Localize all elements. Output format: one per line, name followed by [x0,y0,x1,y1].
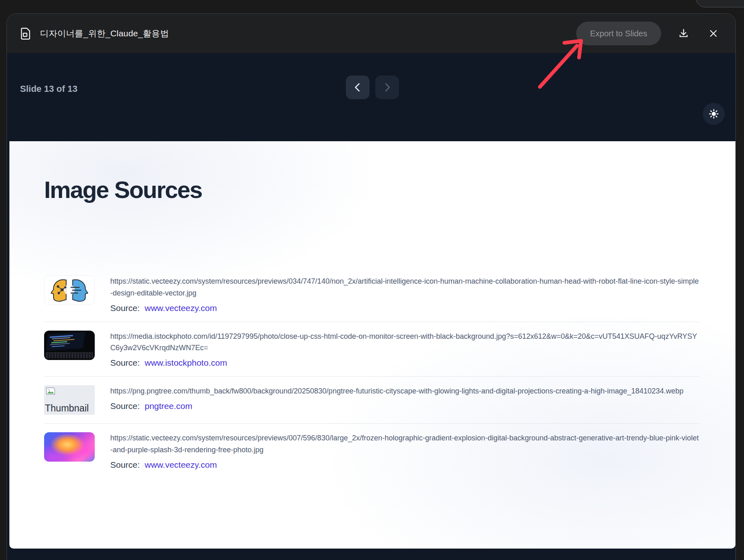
download-button[interactable] [676,26,691,41]
source-line: Source: www.vecteezy.com [110,460,699,470]
window-topbar: 디자이너를_위한_Claude_활용법 Export to Slides [7,14,735,53]
image-url: https://static.vecteezy.com/system/resou… [110,276,699,299]
image-url: https://media.istockphoto.com/id/1197297… [110,331,699,354]
source-row: https://static.vecteezy.com/system/resou… [44,423,699,478]
source-row: https://media.istockphoto.com/id/1197297… [44,322,699,377]
image-url: https://static.vecteezy.com/system/resou… [110,432,699,456]
source-link[interactable]: www.vecteezy.com [145,460,217,469]
broken-image-thumbnail: Thumbnail [44,385,95,415]
export-to-slides-button[interactable]: Export to Slides [576,22,661,45]
document-icon [20,27,31,40]
source-label: Source: [110,358,140,367]
presentation-viewer-window: 디자이너를_위한_Claude_활용법 Export to Slides [7,13,736,560]
next-slide-button[interactable] [375,76,399,99]
holographic-gradient-thumbnail [44,432,95,462]
slide-title: Image Sources [44,176,699,203]
image-sources-list: https://static.vecteezy.com/system/resou… [44,267,699,478]
close-icon [708,29,718,38]
code-photo-thumbnail [44,331,95,360]
sun-icon [708,109,719,119]
download-icon [678,28,689,39]
source-label: Source: [110,401,140,411]
brightness-toggle-button[interactable] [703,103,725,125]
close-button[interactable] [706,26,721,41]
source-label: Source: [110,460,140,469]
previous-slide-button[interactable] [346,76,370,99]
slide-canvas: Image Sources [9,141,735,549]
background-panel-corner [696,0,744,7]
source-link[interactable]: www.vecteezy.com [145,303,217,313]
chevron-left-icon [352,82,363,93]
source-label: Source: [110,303,140,313]
document-title: 디자이너를_위한_Claude_활용법 [40,28,169,39]
source-line: Source: www.istockphoto.com [110,358,699,368]
source-link[interactable]: pngtree.com [145,401,192,411]
source-row: https://static.vecteezy.com/system/resou… [44,267,699,322]
thumbnail-alt-text: Thumbnail [45,403,89,414]
ai-heads-thumbnail [44,276,95,305]
source-link[interactable]: www.istockphoto.com [145,358,227,367]
source-line: Source: pngtree.com [110,401,699,411]
chevron-right-icon [382,82,392,93]
source-line: Source: www.vecteezy.com [110,303,699,313]
image-url: https://png.pngtree.com/thumb_back/fw800… [110,385,699,397]
viewer-band: Slide 13 of 13 [7,53,735,141]
slide-counter: Slide 13 of 13 [20,84,78,94]
source-row: Thumbnail https://png.pngtree.com/thumb_… [44,376,699,423]
